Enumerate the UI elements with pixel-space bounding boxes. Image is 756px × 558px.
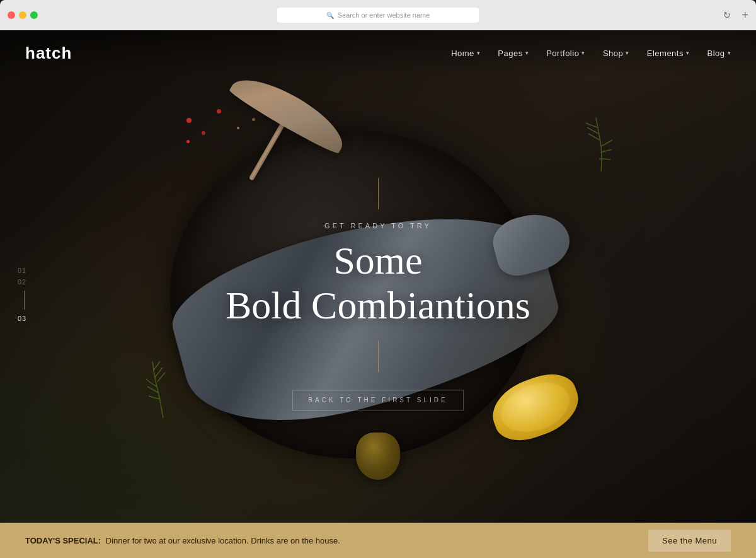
close-button[interactable] [8,11,15,19]
hero-eyebrow: GET READY TO TRY [189,222,567,230]
slide-indicators: 01 02 03 [18,267,26,322]
nav-blog-label: Blog [707,49,724,58]
new-tab-button[interactable]: + [742,9,748,21]
website-content: hatch Home ▾ Pages ▾ Portfolio ▾ Shop ▾ … [0,30,756,558]
slide-active-line [24,291,25,310]
spice-green-2 [252,118,255,121]
nav-pages-label: Pages [498,49,522,58]
special-label: TODAY'S SPECIAL: [25,536,101,545]
browser-chrome: 🔍 Search or enter website name ↻ + [0,0,756,30]
chevron-down-icon: ▾ [686,50,690,56]
herb-dill-left [141,355,185,418]
nav-item-home[interactable]: Home ▾ [451,49,480,58]
address-text: Search or enter website name [338,11,430,19]
hero-title: Some Bold Combiantions [189,238,567,328]
refresh-button[interactable]: ↻ [723,10,731,20]
hero-line-top [378,178,379,209]
spice-berry-1 [186,118,192,123]
nav-elements-label: Elements [647,49,684,58]
nav-menu: Home ▾ Pages ▾ Portfolio ▾ Shop ▾ Elemen… [451,49,731,58]
nav-item-pages[interactable]: Pages ▾ [498,49,529,58]
oil-jar [356,433,400,480]
maximize-button[interactable] [30,11,38,19]
nav-shop-label: Shop [603,49,623,58]
navbar: hatch Home ▾ Pages ▾ Portfolio ▾ Shop ▾ … [0,30,756,76]
chevron-down-icon: ▾ [477,50,481,56]
minimize-button[interactable] [19,11,26,19]
chevron-down-icon: ▾ [728,50,731,56]
search-icon: 🔍 [326,12,334,19]
chevron-down-icon: ▾ [626,50,629,56]
spice-berry-4 [186,140,190,143]
nav-home-label: Home [451,49,474,58]
nav-item-portfolio[interactable]: Portfolio ▾ [546,49,585,58]
nav-item-shop[interactable]: Shop ▾ [603,49,629,58]
hero-title-line1: Some [333,239,422,282]
special-bar: TODAY'S SPECIAL: Dinner for two at our e… [0,523,756,558]
slide-indicator-1[interactable]: 01 [18,267,26,274]
hero-title-line2: Bold Combiantions [226,284,530,327]
special-text: TODAY'S SPECIAL: Dinner for two at our e… [25,536,648,545]
spice-berry-3 [217,109,221,113]
spice-green-1 [237,127,239,129]
slide-indicator-3[interactable]: 03 [18,315,26,322]
see-menu-button[interactable]: See the Menu [648,530,731,552]
nav-item-elements[interactable]: Elements ▾ [647,49,690,58]
chevron-down-icon: ▾ [525,50,529,56]
chevron-down-icon: ▾ [581,50,585,56]
slide-indicator-2[interactable]: 02 [18,278,26,286]
address-bar[interactable]: 🔍 Search or enter website name [277,8,479,23]
back-to-first-button[interactable]: BACK TO THE FIRST SLIDE [292,390,463,410]
nav-portfolio-label: Portfolio [546,49,579,58]
hero-line-bottom [378,340,379,372]
special-description: Dinner for two at our exclusive location… [106,536,340,545]
nav-item-blog[interactable]: Blog ▾ [707,49,731,58]
brand-logo[interactable]: hatch [25,44,72,63]
spice-berry-2 [202,131,205,135]
herb-dill-right [577,118,615,175]
hero-content: GET READY TO TRY Some Bold Combiantions … [189,178,567,411]
traffic-lights [8,11,38,19]
